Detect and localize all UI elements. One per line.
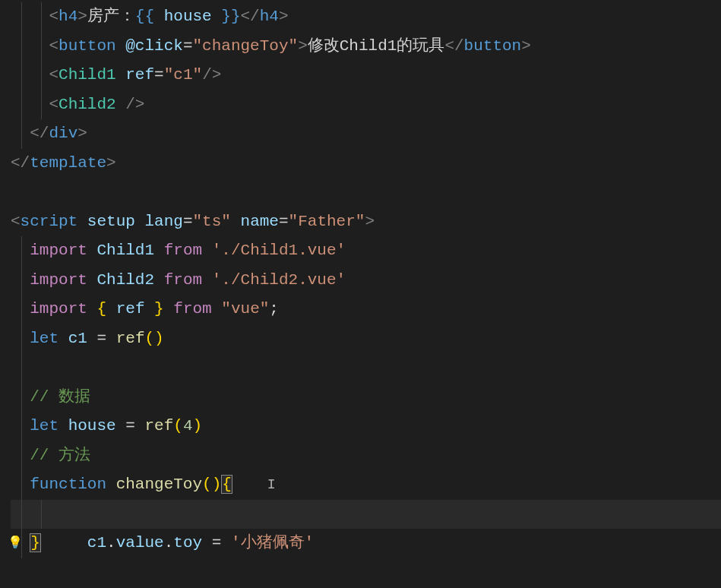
code-line[interactable]: <Child1 ref="c1"/> [11, 61, 721, 90]
code-line[interactable]: <script setup lang="ts" name="Father"> [11, 207, 721, 237]
code-line[interactable]: import { ref } from "vue"; [11, 295, 721, 324]
code-editor[interactable]: <h4>房产：{{ house }}</h4> <button @click="… [0, 0, 721, 558]
code-line[interactable] [11, 178, 721, 207]
code-line[interactable]: </div> [11, 119, 721, 149]
code-line[interactable]: import Child1 from './Child1.vue' [11, 236, 721, 266]
code-line[interactable]: let house = ref(4) [11, 412, 721, 441]
code-line[interactable]: // 数据 [11, 383, 721, 413]
code-line[interactable]: <Child2 /> [11, 90, 721, 120]
code-line[interactable] [11, 353, 721, 383]
code-line[interactable]: import Child2 from './Child2.vue' [11, 266, 721, 296]
text-cursor-icon: I [267, 477, 276, 492]
code-line[interactable]: </template> [11, 149, 721, 179]
code-line[interactable]: // 方法 [11, 441, 721, 471]
code-line[interactable]: <h4>房产：{{ house }}</h4> [11, 2, 721, 32]
code-line[interactable]: <button @click="changeToy">修改Child1的玩具</… [11, 32, 721, 62]
code-line[interactable]: } [11, 529, 721, 558]
code-line[interactable]: function changeToy(){ I [11, 470, 721, 500]
code-line-active[interactable]: 💡 c1.value.toy = '小猪佩奇' [11, 500, 721, 530]
code-line[interactable]: let c1 = ref() [11, 324, 721, 354]
